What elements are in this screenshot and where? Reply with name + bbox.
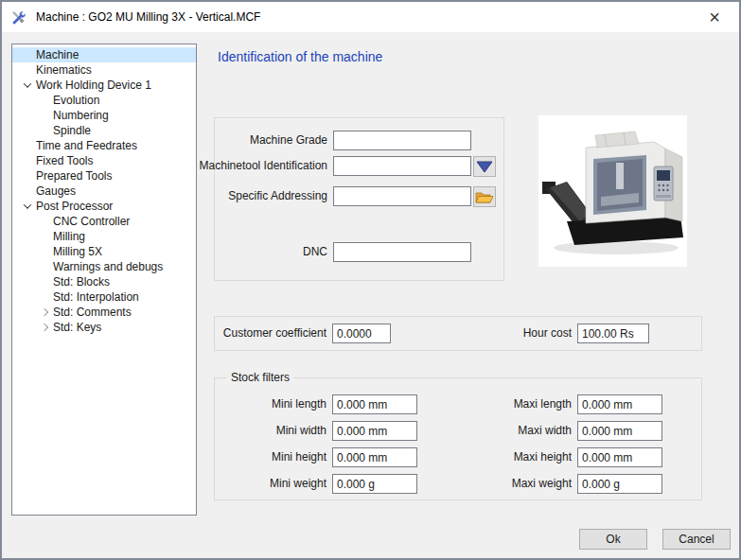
maxi-width-input[interactable] [577,421,662,441]
maxi-weight-input[interactable] [577,474,662,494]
tree-item-warnings-and-debugs[interactable]: Warnings and debugs [12,259,196,274]
customer-coefficient-input[interactable] [332,324,391,343]
machine-grade-label: Machine Grade [250,133,327,147]
tree-item-evolution[interactable]: Evolution [12,93,196,108]
tree-item-numbering[interactable]: Numbering [12,108,196,123]
machinetool-identification-input[interactable] [333,156,471,176]
tree-item-kinematics[interactable]: Kinematics [12,62,196,78]
hour-cost-input[interactable] [577,324,649,343]
tree-item-prepared-tools[interactable]: Prepared Tools [12,168,196,184]
tree-item-std-keys[interactable]: Std: Keys [12,320,196,335]
mini-length-input[interactable] [332,394,417,414]
chevron-right-icon[interactable] [41,308,48,316]
maxi-length-label: Maxi length [514,397,572,411]
hour-cost-label: Hour cost [523,326,572,340]
chevron-down-icon[interactable] [24,201,31,208]
tree-item-milling[interactable]: Milling [12,229,196,244]
dnc-label: DNC [303,245,327,258]
tree-item-cnc-controller[interactable]: CNC Controller [12,214,196,229]
machine-grade-input[interactable] [333,131,471,150]
tree-item-gauges[interactable]: Gauges [12,184,196,199]
mini-width-input[interactable] [332,421,417,441]
close-icon[interactable]: × [699,5,730,29]
tree-item-std-comments[interactable]: Std: Comments [12,305,196,320]
maxi-height-label: Maxi height [514,450,572,464]
tree-item-std-blocks[interactable]: Std: Blocks [12,274,196,289]
machine-photo [538,115,687,267]
open-folder-icon [475,190,494,204]
ok-button[interactable]: Ok [579,529,647,550]
specific-addressing-input[interactable] [333,186,471,206]
titlebar: Machine : GO2 MU Milling 3X - Vertical.M… [2,2,739,32]
identification-group: Machine Grade Machinetool Identification… [214,117,504,281]
dnc-input[interactable] [333,242,471,262]
tree-item-machine[interactable]: Machine [12,47,196,62]
tree-item-time-and-feedrates[interactable]: Time and Feedrates [12,138,196,153]
machinetool-dropdown-button[interactable] [473,156,496,177]
page-title: Identification of the machine [218,49,382,64]
tree-item-std-interpolation[interactable]: Std: Interpolation [12,289,196,305]
browse-folder-button[interactable] [473,186,496,207]
stock-filters-group: Stock filters Mini length Maxi length Mi… [214,377,702,500]
machine-dialog-window: Machine : GO2 MU Milling 3X - Vertical.M… [0,0,741,560]
specific-addressing-label: Specific Addressing [228,189,327,202]
maxi-height-input[interactable] [577,447,662,467]
mini-height-label: Mini height [272,450,326,464]
tree-item-spindle[interactable]: Spindle [12,123,196,138]
mini-weight-input[interactable] [332,474,417,494]
settings-tree: Machine Kinematics Work Holding Device 1… [11,44,197,516]
mini-length-label: Mini length [272,397,326,411]
dropdown-triangle-icon [476,161,493,173]
mini-width-label: Mini width [276,424,326,437]
mini-height-input[interactable] [332,447,417,467]
maxi-width-label: Maxi width [518,424,572,437]
tree-item-post-processor[interactable]: Post Processor [12,199,196,214]
chevron-down-icon[interactable] [24,79,31,87]
chevron-right-icon[interactable] [41,324,48,331]
costs-group: Customer coefficient Hour cost [214,316,702,351]
tree-item-milling-5x[interactable]: Milling 5X [12,244,196,259]
tree-item-fixed-tools[interactable]: Fixed Tools [12,153,196,168]
maxi-weight-label: Maxi weight [512,477,572,490]
tools-icon [10,9,26,25]
tree-item-work-holding-device-1[interactable]: Work Holding Device 1 [12,78,196,93]
maxi-length-input[interactable] [577,394,662,414]
machinetool-identification-label: Machinetool Identification [200,159,327,172]
stock-filters-legend: Stock filters [227,371,293,384]
cancel-button[interactable]: Cancel [662,529,731,550]
customer-coefficient-label: Customer coefficient [223,326,326,340]
mini-weight-label: Mini weight [270,477,326,490]
window-title: Machine : GO2 MU Milling 3X - Vertical.M… [36,2,260,32]
